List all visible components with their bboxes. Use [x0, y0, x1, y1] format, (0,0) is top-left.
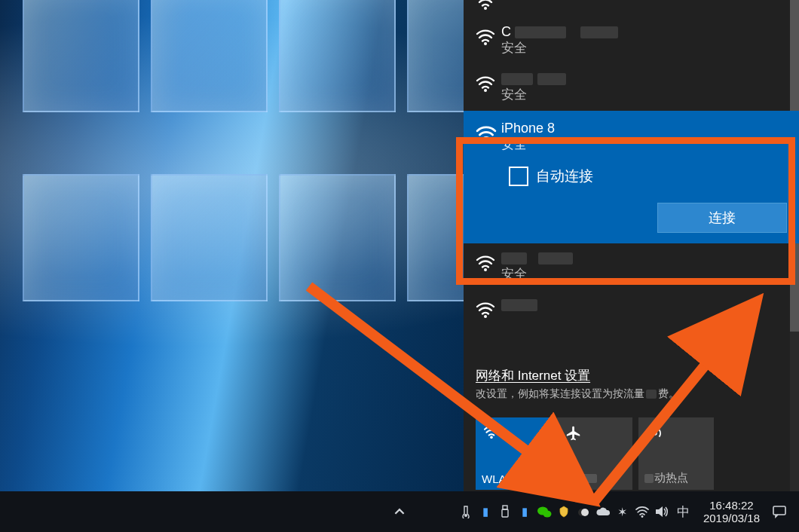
- svg-point-7: [653, 431, 657, 436]
- svg-point-14: [581, 509, 589, 516]
- wifi-network-item[interactable]: [464, 0, 799, 17]
- svg-rect-16: [773, 506, 785, 515]
- desktop-wallpaper: [0, 0, 464, 491]
- svg-point-15: [641, 515, 643, 518]
- svg-point-1: [484, 42, 487, 45]
- annotation-highlight-box: [456, 137, 795, 285]
- tray-wechat-icon[interactable]: [534, 491, 554, 532]
- wifi-network-name: [501, 70, 566, 87]
- tray-icon[interactable]: ✶: [613, 491, 632, 532]
- wifi-icon: [483, 425, 500, 442]
- airplane-icon: [565, 425, 583, 445]
- tray-wifi-icon[interactable]: [632, 491, 652, 532]
- wifi-icon: [476, 70, 495, 92]
- wifi-network-item[interactable]: 安全: [464, 64, 799, 111]
- svg-point-0: [484, 7, 487, 10]
- network-settings-title: 网络和 Internet 设置: [476, 367, 791, 384]
- tray-overflow-chevron[interactable]: [384, 491, 415, 532]
- tray-usb-icon[interactable]: [495, 491, 515, 532]
- tray-icon[interactable]: [554, 491, 574, 532]
- tray-onedrive-icon[interactable]: [593, 491, 613, 532]
- tile-label: 飞: [563, 471, 597, 485]
- tray-volume-icon[interactable]: [652, 491, 672, 532]
- tray-clock[interactable]: 16:48:22 2019/03/18: [696, 491, 767, 532]
- tile-label: WLAN: [482, 472, 514, 485]
- wifi-network-name: C: [501, 23, 618, 40]
- tile-label: 动热点: [644, 471, 688, 485]
- tray-icon[interactable]: [456, 491, 476, 532]
- network-settings-subtitle: 改设置，例如将某连接设置为按流量费。: [476, 387, 791, 401]
- wifi-icon: [476, 0, 495, 10]
- taskbar: ▮ ▮ ✶ 中: [0, 491, 799, 532]
- svg-point-8: [464, 514, 467, 517]
- svg-rect-10: [502, 509, 508, 517]
- svg-point-12: [543, 511, 551, 518]
- svg-point-6: [490, 436, 493, 439]
- hotspot-icon: [646, 425, 664, 445]
- wifi-network-security: 安全: [501, 40, 618, 57]
- wifi-network-name: iPhone 8: [501, 120, 555, 136]
- tray-ime-indicator[interactable]: 中: [672, 491, 696, 532]
- tile-mobile-hotspot[interactable]: 动热点: [638, 417, 714, 490]
- tile-wlan[interactable]: WLAN: [476, 417, 551, 490]
- tray-icon[interactable]: ▮: [476, 491, 495, 532]
- tray-action-center-icon[interactable]: [767, 491, 791, 532]
- wifi-network-security: 安全: [501, 87, 566, 103]
- tray-icon[interactable]: [574, 491, 593, 532]
- svg-rect-9: [503, 506, 507, 509]
- tile-airplane-mode[interactable]: 飞: [557, 417, 632, 490]
- svg-point-2: [484, 89, 487, 92]
- wifi-icon: [476, 23, 495, 45]
- svg-point-5: [484, 315, 487, 318]
- wifi-network-name: [501, 296, 537, 313]
- tray-icon[interactable]: ▮: [515, 491, 534, 532]
- wifi-network-item[interactable]: C 安全: [464, 17, 799, 64]
- network-settings-link[interactable]: 网络和 Internet 设置 改设置，例如将某连接设置为按流量费。: [476, 367, 791, 401]
- tray-time: 16:48:22: [709, 499, 753, 512]
- wifi-icon: [476, 296, 495, 318]
- wifi-network-item[interactable]: [464, 290, 799, 326]
- tray-date: 2019/03/18: [703, 512, 760, 524]
